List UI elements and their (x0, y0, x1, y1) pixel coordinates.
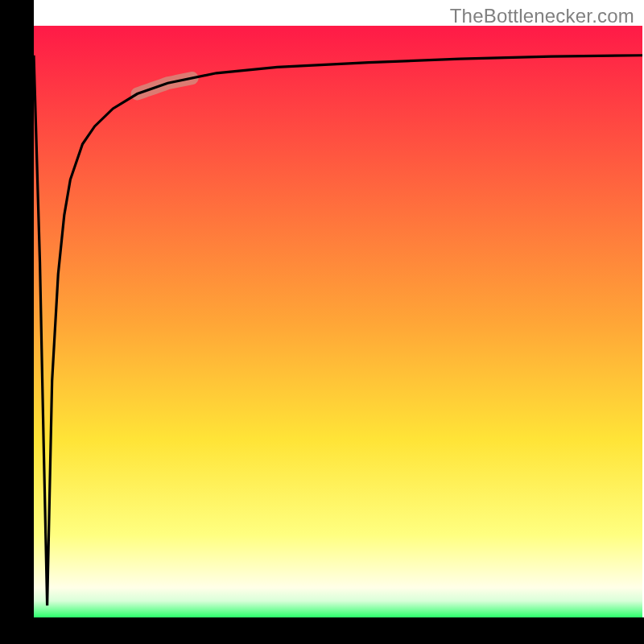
chart-background (34, 26, 642, 617)
chart-stage: TheBottlenecker.com (0, 0, 644, 644)
y-axis-band (0, 0, 34, 644)
x-axis-band (0, 617, 644, 644)
bottleneck-chart (0, 0, 644, 644)
watermark-text: TheBottlenecker.com (450, 5, 634, 27)
